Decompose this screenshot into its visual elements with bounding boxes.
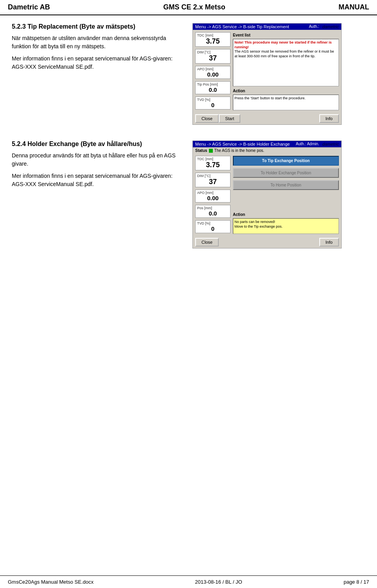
holder-action-text-line2: Move to the Tip exchange pos.	[234, 225, 283, 228]
holder-left-col: TDC [mm] 3.75 DIM [°C] 37 APO [mm] 0.00	[195, 156, 231, 234]
tip-dim-label: DIM [°C]	[197, 50, 229, 54]
holder-status-label: Status	[195, 148, 207, 153]
holder-pos-label: Pos [mm]	[197, 206, 229, 210]
tip-event-list: Note! This procedure may never be starte…	[233, 39, 339, 86]
holder-apo-value: 0.00	[197, 195, 229, 201]
holder-panel-logo: dametric	[322, 142, 339, 146]
tip-tdc-value: 3.75	[197, 37, 229, 46]
tip-panel-auth-area: Auth.: dametric	[309, 24, 339, 29]
holder-panel-body: TDC [mm] 3.75 DIM [°C] 37 APO [mm] 0.00	[193, 153, 341, 236]
holder-status-text: The AGS is in the home pos.	[214, 148, 264, 153]
section-title-tip: 5.2.3 Tip Replacement (Byte av mätspets)	[12, 23, 181, 30]
tip-action-text: Press the 'Start' button to start the pr…	[234, 96, 306, 100]
holder-tdc-value: 3.75	[197, 161, 229, 169]
tip-dim-group: DIM [°C] 37	[195, 49, 231, 64]
holder-tdc-label: TDC [mm]	[197, 157, 229, 161]
holder-pos-value: 0.0	[197, 210, 229, 217]
holder-tvd-group: TVD [%] 0	[195, 220, 231, 233]
holder-tvd-value: 0	[197, 225, 229, 232]
tip-event-red-text: Note! This procedure may never be starte…	[234, 40, 332, 49]
tip-right-col: Event list Note! This procedure may neve…	[233, 32, 339, 110]
tip-tippos-value: 0.0	[197, 86, 229, 93]
page-header: Dametric AB GMS CE 2.x Metso MANUAL	[0, 0, 377, 15]
holder-info-button[interactable]: Info	[319, 238, 339, 247]
holder-pos-group: Pos [mm] 0.0	[195, 205, 231, 218]
holder-apo-label: APO [mm]	[197, 191, 229, 195]
holder-panel-auth: Auth.: Admin.	[296, 142, 319, 146]
holder-apo-group: APO [mm] 0.00	[195, 190, 231, 203]
tip-panel-logo: dametric	[322, 24, 339, 29]
tip-body-p2: Mer information finns i en separat servi…	[12, 55, 181, 63]
holder-status-bar: Status The AGS is in the home pos.	[193, 147, 341, 153]
section-holder-exchange: 5.2.4 Holder Exchange (Byte av hållare/h…	[12, 141, 365, 248]
page-content: 5.2.3 Tip Replacement (Byte av mätspets)…	[0, 15, 377, 272]
tip-dim-value: 37	[197, 54, 229, 62]
holder-action-label: Action	[233, 212, 339, 217]
footer-date: 2013-08-16 / BL / JO	[195, 579, 242, 585]
section-tip-replacement: 5.2.3 Tip Replacement (Byte av mätspets)…	[12, 23, 365, 125]
section-image-holder: Menu -> AGS Service -> B-side Holder Exc…	[192, 141, 342, 248]
holder-dim-value: 37	[197, 178, 229, 186]
header-company: Dametric AB	[8, 3, 50, 11]
holder-dim-group: DIM [°C] 37	[195, 173, 231, 187]
section-text-holder: 5.2.4 Holder Exchange (Byte av hållare/h…	[12, 141, 181, 248]
tip-tippos-label: Tip Pos [mm]	[197, 82, 229, 86]
holder-panel-auth-area: Auth.: Admin. dametric	[296, 142, 339, 146]
tip-event-label: Event list	[233, 33, 339, 37]
section-body-tip: När mätspetsen är utsliten använder man …	[12, 34, 181, 71]
tip-tvd-value: 0	[197, 102, 229, 108]
holder-dim-label: DIM [°C]	[197, 174, 229, 178]
tip-action-label: Action	[233, 89, 339, 93]
tip-body-p1: När mätspetsen är utsliten använder man …	[12, 34, 181, 51]
tip-tdc-group: TDC [mm] 3.75	[195, 32, 231, 47]
footer-page: page 8 / 17	[344, 579, 369, 585]
tip-start-button[interactable]: Start	[219, 114, 240, 123]
holder-exchange-panel: Menu -> AGS Service -> B-side Holder Exc…	[192, 141, 342, 248]
holder-tvd-label: TVD [%]	[197, 221, 229, 225]
header-manual: MANUAL	[339, 3, 369, 11]
to-tip-exchange-position-button[interactable]: To Tip Exchange Position	[233, 156, 339, 166]
section-text-tip: 5.2.3 Tip Replacement (Byte av mätspets)…	[12, 23, 181, 125]
tip-panel-title: Menu -> AGS Service -> B-side Tip Replac…	[195, 24, 289, 29]
holder-body-p3: AGS-XXX ServiceManual SE.pdf.	[12, 180, 181, 188]
to-home-position-button: To Home Position	[233, 180, 339, 190]
tip-btn-row: Close Start Info	[193, 113, 341, 124]
holder-control-buttons: To Tip Exchange Position To Holder Excha…	[233, 156, 339, 210]
section-image-tip: Menu -> AGS Service -> B-side Tip Replac…	[192, 23, 342, 125]
holder-action-text-line1: No parts can be removed!	[234, 220, 275, 224]
holder-tdc-group: TDC [mm] 3.75	[195, 156, 231, 170]
tip-event-black-text: The AGS sensor must be removed from the …	[234, 49, 334, 58]
tip-apo-group: APO [mm] 0.00	[195, 66, 231, 79]
tip-tdc-label: TDC [mm]	[197, 33, 229, 37]
tip-panel-body: TDC [mm] 3.75 DIM [°C] 37 APO [mm] 0.00	[193, 30, 341, 113]
tip-tvd-label: TVD [%]	[197, 98, 229, 102]
holder-panel-title: Menu -> AGS Service -> B-side Holder Exc…	[195, 142, 290, 146]
tip-panel-auth: Auth.:	[309, 24, 319, 29]
tip-close-button[interactable]: Close	[195, 114, 219, 123]
section-body-holder: Denna procedur används för att byta ut h…	[12, 152, 181, 188]
page-footer: GmsCe20Ags Manual Metso SE.docx 2013-08-…	[0, 575, 377, 588]
to-holder-exchange-position-button: To Holder Exchange Position	[233, 168, 339, 178]
holder-close-button[interactable]: Close	[195, 238, 219, 247]
header-title: GMS CE 2.x Metso	[163, 3, 225, 11]
tip-apo-label: APO [mm]	[197, 67, 229, 71]
tip-body-p3: AGS-XXX ServiceManual SE.pdf.	[12, 63, 181, 71]
tip-replacement-panel: Menu -> AGS Service -> B-side Tip Replac…	[192, 23, 342, 125]
holder-right-col: To Tip Exchange Position To Holder Excha…	[233, 156, 339, 234]
tip-tippos-group: Tip Pos [mm] 0.0	[195, 81, 231, 94]
footer-filename: GmsCe20Ags Manual Metso SE.docx	[8, 579, 93, 585]
holder-action-box: No parts can be removed! Move to the Tip…	[233, 218, 339, 234]
tip-left-col: TDC [mm] 3.75 DIM [°C] 37 APO [mm] 0.00	[195, 32, 231, 110]
tip-action-box: Press the 'Start' button to start the pr…	[233, 95, 339, 110]
tip-panel-titlebar: Menu -> AGS Service -> B-side Tip Replac…	[193, 24, 341, 30]
tip-apo-value: 0.00	[197, 71, 229, 78]
tip-info-button[interactable]: Info	[319, 114, 339, 123]
holder-btn-row: Close Info	[193, 236, 341, 248]
holder-status-indicator	[209, 149, 213, 153]
holder-body-p1: Denna procedur används för att byta ut h…	[12, 152, 181, 168]
holder-body-p2: Mer information finns i en separat servi…	[12, 172, 181, 180]
section-title-holder: 5.2.4 Holder Exchange (Byte av hållare/h…	[12, 141, 181, 148]
tip-tvd-group: TVD [%] 0	[195, 97, 231, 110]
holder-panel-titlebar: Menu -> AGS Service -> B-side Holder Exc…	[193, 141, 341, 147]
